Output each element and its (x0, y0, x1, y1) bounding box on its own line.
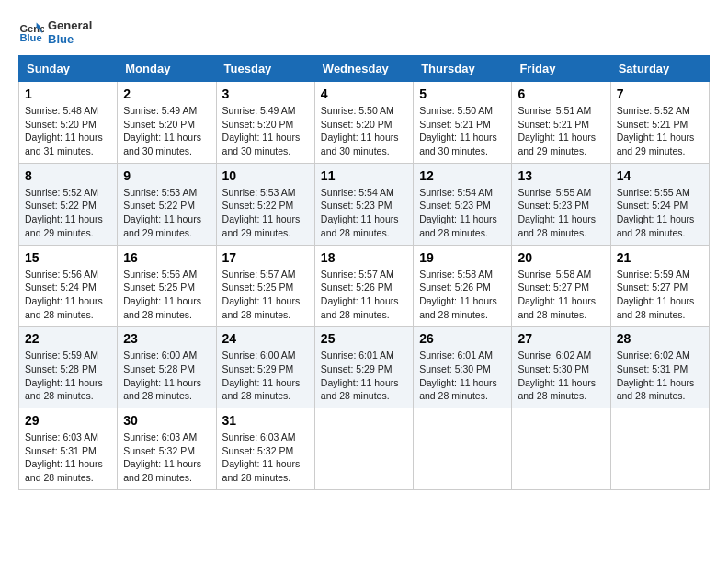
day-info: Sunrise: 5:53 AMSunset: 5:22 PMDaylight:… (222, 186, 309, 240)
day-info: Sunrise: 5:52 AMSunset: 5:22 PMDaylight:… (25, 186, 111, 240)
day-number: 17 (222, 250, 309, 265)
day-number: 14 (617, 168, 703, 183)
calendar-cell: 9Sunrise: 5:53 AMSunset: 5:22 PMDaylight… (118, 163, 216, 245)
header-thursday: Thursday (414, 56, 512, 82)
day-info: Sunrise: 5:57 AMSunset: 5:26 PMDaylight:… (321, 268, 407, 322)
calendar-header-row: SundayMondayTuesdayWednesdayThursdayFrid… (19, 56, 710, 82)
day-number: 13 (518, 168, 604, 183)
day-number: 7 (617, 86, 703, 101)
calendar-cell (414, 408, 512, 490)
calendar-cell: 3Sunrise: 5:49 AMSunset: 5:20 PMDaylight… (216, 82, 314, 164)
day-number: 3 (222, 86, 309, 101)
calendar-cell (610, 408, 709, 490)
calendar-cell: 30Sunrise: 6:03 AMSunset: 5:32 PMDayligh… (118, 408, 216, 490)
day-number: 15 (25, 250, 111, 265)
calendar-cell: 16Sunrise: 5:56 AMSunset: 5:25 PMDayligh… (118, 245, 216, 327)
day-info: Sunrise: 5:55 AMSunset: 5:24 PMDaylight:… (617, 186, 703, 240)
calendar-week-1: 1Sunrise: 5:48 AMSunset: 5:20 PMDaylight… (19, 82, 710, 164)
header-sunday: Sunday (19, 56, 118, 82)
day-info: Sunrise: 5:58 AMSunset: 5:26 PMDaylight:… (419, 268, 506, 322)
calendar-cell: 10Sunrise: 5:53 AMSunset: 5:22 PMDayligh… (216, 163, 314, 245)
day-number: 25 (321, 331, 407, 346)
calendar-cell (512, 408, 610, 490)
day-number: 20 (518, 250, 604, 265)
day-number: 22 (25, 331, 111, 346)
day-info: Sunrise: 5:48 AMSunset: 5:20 PMDaylight:… (25, 104, 111, 158)
calendar-cell: 11Sunrise: 5:54 AMSunset: 5:23 PMDayligh… (314, 163, 413, 245)
calendar-cell: 22Sunrise: 5:59 AMSunset: 5:28 PMDayligh… (19, 327, 118, 408)
calendar-cell: 31Sunrise: 6:03 AMSunset: 5:32 PMDayligh… (216, 408, 314, 490)
day-number: 26 (419, 331, 506, 346)
calendar-week-5: 29Sunrise: 6:03 AMSunset: 5:31 PMDayligh… (19, 408, 710, 490)
header-wednesday: Wednesday (314, 56, 413, 82)
day-number: 23 (123, 331, 210, 346)
day-number: 30 (123, 413, 210, 428)
calendar-cell: 24Sunrise: 6:00 AMSunset: 5:29 PMDayligh… (216, 327, 314, 408)
day-info: Sunrise: 5:54 AMSunset: 5:23 PMDaylight:… (321, 186, 407, 240)
day-number: 18 (321, 250, 407, 265)
day-number: 4 (321, 86, 407, 101)
day-info: Sunrise: 5:50 AMSunset: 5:20 PMDaylight:… (321, 104, 407, 158)
calendar-cell: 20Sunrise: 5:58 AMSunset: 5:27 PMDayligh… (512, 245, 610, 327)
calendar-cell: 21Sunrise: 5:59 AMSunset: 5:27 PMDayligh… (610, 245, 709, 327)
day-info: Sunrise: 6:03 AMSunset: 5:32 PMDaylight:… (123, 431, 210, 485)
page-header: General Blue General Blue (18, 18, 710, 46)
calendar-cell: 12Sunrise: 5:54 AMSunset: 5:23 PMDayligh… (414, 163, 512, 245)
day-number: 11 (321, 168, 407, 183)
day-info: Sunrise: 6:02 AMSunset: 5:31 PMDaylight:… (617, 349, 703, 403)
day-info: Sunrise: 5:55 AMSunset: 5:23 PMDaylight:… (518, 186, 604, 240)
svg-text:Blue: Blue (19, 32, 41, 43)
day-number: 2 (123, 86, 210, 101)
day-number: 1 (25, 86, 111, 101)
day-number: 10 (222, 168, 309, 183)
logo: General Blue General Blue (18, 18, 92, 46)
day-info: Sunrise: 5:58 AMSunset: 5:27 PMDaylight:… (518, 268, 604, 322)
header-monday: Monday (118, 56, 216, 82)
day-info: Sunrise: 5:56 AMSunset: 5:24 PMDaylight:… (25, 268, 111, 322)
day-info: Sunrise: 6:03 AMSunset: 5:32 PMDaylight:… (222, 431, 309, 485)
day-number: 8 (25, 168, 111, 183)
day-info: Sunrise: 5:49 AMSunset: 5:20 PMDaylight:… (222, 104, 309, 158)
day-info: Sunrise: 5:56 AMSunset: 5:25 PMDaylight:… (123, 268, 210, 322)
calendar-cell: 8Sunrise: 5:52 AMSunset: 5:22 PMDaylight… (19, 163, 118, 245)
calendar-week-4: 22Sunrise: 5:59 AMSunset: 5:28 PMDayligh… (19, 327, 710, 408)
calendar-cell: 7Sunrise: 5:52 AMSunset: 5:21 PMDaylight… (610, 82, 709, 164)
calendar-cell: 25Sunrise: 6:01 AMSunset: 5:29 PMDayligh… (314, 327, 413, 408)
calendar-cell: 15Sunrise: 5:56 AMSunset: 5:24 PMDayligh… (19, 245, 118, 327)
day-info: Sunrise: 5:59 AMSunset: 5:27 PMDaylight:… (617, 268, 703, 322)
day-number: 9 (123, 168, 210, 183)
day-number: 28 (617, 331, 703, 346)
day-info: Sunrise: 6:02 AMSunset: 5:30 PMDaylight:… (518, 349, 604, 403)
calendar-cell: 27Sunrise: 6:02 AMSunset: 5:30 PMDayligh… (512, 327, 610, 408)
day-info: Sunrise: 6:01 AMSunset: 5:30 PMDaylight:… (419, 349, 506, 403)
day-number: 16 (123, 250, 210, 265)
calendar-cell: 13Sunrise: 5:55 AMSunset: 5:23 PMDayligh… (512, 163, 610, 245)
calendar-cell: 2Sunrise: 5:49 AMSunset: 5:20 PMDaylight… (118, 82, 216, 164)
day-info: Sunrise: 5:53 AMSunset: 5:22 PMDaylight:… (123, 186, 210, 240)
calendar-cell: 4Sunrise: 5:50 AMSunset: 5:20 PMDaylight… (314, 82, 413, 164)
day-info: Sunrise: 5:59 AMSunset: 5:28 PMDaylight:… (25, 349, 111, 403)
calendar-cell: 5Sunrise: 5:50 AMSunset: 5:21 PMDaylight… (414, 82, 512, 164)
calendar-cell: 1Sunrise: 5:48 AMSunset: 5:20 PMDaylight… (19, 82, 118, 164)
calendar-cell: 19Sunrise: 5:58 AMSunset: 5:26 PMDayligh… (414, 245, 512, 327)
day-number: 27 (518, 331, 604, 346)
day-number: 29 (25, 413, 111, 428)
calendar-week-2: 8Sunrise: 5:52 AMSunset: 5:22 PMDaylight… (19, 163, 710, 245)
calendar-cell: 6Sunrise: 5:51 AMSunset: 5:21 PMDaylight… (512, 82, 610, 164)
calendar-cell: 14Sunrise: 5:55 AMSunset: 5:24 PMDayligh… (610, 163, 709, 245)
day-info: Sunrise: 5:51 AMSunset: 5:21 PMDaylight:… (518, 104, 604, 158)
calendar-cell: 23Sunrise: 6:00 AMSunset: 5:28 PMDayligh… (118, 327, 216, 408)
day-info: Sunrise: 6:03 AMSunset: 5:31 PMDaylight:… (25, 431, 111, 485)
calendar-table: SundayMondayTuesdayWednesdayThursdayFrid… (18, 55, 710, 490)
day-number: 21 (617, 250, 703, 265)
logo-line2: Blue (48, 32, 92, 46)
calendar-cell: 29Sunrise: 6:03 AMSunset: 5:31 PMDayligh… (19, 408, 118, 490)
day-number: 12 (419, 168, 506, 183)
day-number: 5 (419, 86, 506, 101)
calendar-cell (314, 408, 413, 490)
day-number: 31 (222, 413, 309, 428)
calendar-week-3: 15Sunrise: 5:56 AMSunset: 5:24 PMDayligh… (19, 245, 710, 327)
day-number: 19 (419, 250, 506, 265)
day-info: Sunrise: 5:57 AMSunset: 5:25 PMDaylight:… (222, 268, 309, 322)
calendar-cell: 28Sunrise: 6:02 AMSunset: 5:31 PMDayligh… (610, 327, 709, 408)
